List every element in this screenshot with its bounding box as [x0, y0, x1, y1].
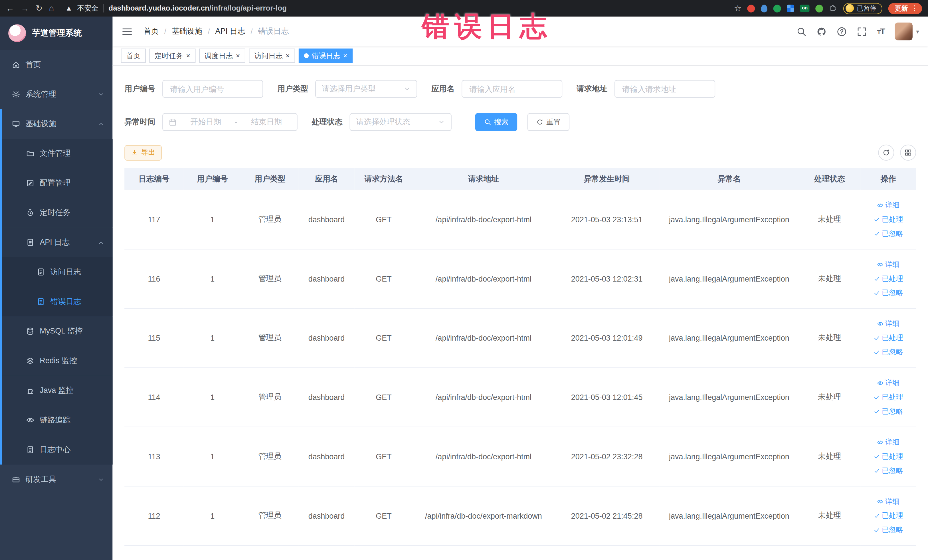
tab-schedule-log[interactable]: 调度日志 × [199, 49, 245, 63]
fullscreen-icon[interactable] [857, 26, 867, 36]
user-type-select[interactable]: 请选择用户类型 [315, 80, 417, 98]
mark-ignored-link[interactable]: 已忽略 [873, 465, 903, 476]
close-icon[interactable]: × [186, 52, 190, 60]
sidebar-item-redis-monitor[interactable]: Redis 监控 [0, 346, 113, 376]
sidebar-item-error-log[interactable]: 错误日志 [0, 287, 113, 316]
tab-error-log[interactable]: 错误日志 × [299, 49, 353, 63]
breadcrumb: 首页 / 基础设施 / API 日志 / 错误日志 [143, 26, 289, 37]
action-label: 详细 [885, 200, 899, 210]
sidebar-item-mysql-monitor[interactable]: MySQL 监控 [0, 316, 113, 346]
mark-processed-link[interactable]: 已处理 [873, 273, 903, 284]
sidebar-item-java-monitor[interactable]: Java 监控 [0, 376, 113, 405]
mark-processed-link[interactable]: 已处理 [873, 333, 903, 343]
sidebar-item-system-management[interactable]: 系统管理 [0, 79, 113, 109]
app-header: 首页 / 基础设施 / API 日志 / 错误日志 TT ▾ [113, 17, 928, 46]
reset-button[interactable]: 重置 [528, 113, 569, 131]
browser-home-icon[interactable]: ⌂ [49, 4, 54, 12]
export-button[interactable]: 导出 [124, 145, 162, 160]
mark-ignored-link[interactable]: 已忽略 [873, 406, 903, 416]
cell-user-id: 1 [184, 486, 241, 545]
breadcrumb-item[interactable]: 首页 [143, 26, 159, 37]
detail-link[interactable]: 详细 [877, 437, 899, 447]
row-actions: 详细 已处理 已忽略 [864, 437, 913, 476]
help-icon[interactable] [837, 26, 847, 36]
sidebar-item-trace[interactable]: 链路追踪 [0, 405, 113, 435]
close-icon[interactable]: × [285, 52, 290, 60]
browser-menu-icon[interactable]: ⋮ [911, 4, 918, 12]
request-url-input[interactable] [615, 80, 715, 98]
user-id-input[interactable] [162, 80, 263, 98]
detail-link[interactable]: 详细 [877, 200, 899, 210]
breadcrumb-item[interactable]: API 日志 [215, 26, 245, 37]
close-icon[interactable]: × [343, 52, 348, 60]
detail-link[interactable]: 详细 [877, 259, 899, 269]
sidebar-item-file-management[interactable]: 文件管理 [0, 139, 113, 168]
mark-processed-link[interactable]: 已处理 [873, 451, 903, 461]
adblock-extension-icon[interactable] [748, 5, 755, 12]
leaf-extension-icon[interactable] [815, 5, 823, 12]
cell-user-type: 管理员 [241, 427, 298, 486]
cell-log-id: 116 [124, 249, 184, 308]
breadcrumb-item[interactable]: 基础设施 [172, 26, 203, 37]
green-extension-icon[interactable] [773, 5, 781, 12]
tab-scheduled-tasks[interactable]: 定时任务 × [149, 49, 195, 63]
sidebar-item-infrastructure[interactable]: 基础设施 [0, 109, 113, 139]
date-range-picker[interactable]: 开始日期 - 结束日期 [162, 113, 298, 131]
column-settings-button[interactable] [900, 145, 916, 160]
sidebar-item-access-log[interactable]: 访问日志 [0, 257, 113, 287]
action-label: 已处理 [882, 451, 903, 461]
detail-link[interactable]: 详细 [877, 378, 899, 388]
process-status-select[interactable]: 请选择处理状态 [350, 113, 452, 131]
close-icon[interactable]: × [236, 52, 240, 60]
vpn-on-extension-icon[interactable]: on [800, 5, 810, 12]
paused-extension-badge[interactable]: 已暂停 [843, 3, 882, 14]
sidebar-item-scheduled-tasks[interactable]: 定时任务 [0, 198, 113, 227]
extensions-puzzle-icon[interactable] [829, 3, 837, 14]
grid-extension-icon[interactable] [787, 5, 794, 12]
mark-processed-link[interactable]: 已处理 [873, 511, 903, 520]
sidebar-item-dev-tools[interactable]: 研发工具 [0, 465, 113, 494]
back-icon[interactable]: ← [6, 4, 14, 12]
sidebar-item-api-log[interactable]: API 日志 [0, 227, 113, 257]
bookmark-star-icon[interactable]: ☆ [734, 4, 742, 12]
refresh-button[interactable] [878, 145, 894, 160]
font-size-icon[interactable]: TT [877, 26, 885, 36]
browser-update-button[interactable]: 更新 ⋮ [888, 3, 922, 14]
url-text[interactable]: dashboard.yudao.iocoder.cn/infra/log/api… [108, 4, 287, 12]
drop-extension-icon[interactable] [761, 5, 768, 12]
sidebar-collapse-icon[interactable] [122, 26, 133, 37]
filter-row-2: 异常时间 开始日期 - 结束日期 处理状态 请选择处理状态 [124, 113, 916, 131]
forward-icon[interactable]: → [21, 4, 29, 12]
mark-ignored-link[interactable]: 已忽略 [873, 229, 903, 238]
address-bar[interactable]: ▲ 不安全 dashboard.yudao.iocoder.cn/infra/l… [65, 3, 287, 13]
sidebar-item-home[interactable]: 首页 [0, 50, 113, 79]
user-menu[interactable]: ▾ [895, 23, 919, 40]
app-name-input[interactable] [462, 80, 562, 98]
filter-request-url: 请求地址 [577, 80, 715, 98]
tab-home[interactable]: 首页 [121, 49, 146, 63]
app-logo[interactable]: 芋道管理系统 [0, 17, 113, 50]
eye-icon [877, 439, 884, 445]
browser-actions: ☆ on 已暂停 更新 ⋮ [734, 3, 922, 14]
detail-link[interactable]: 详细 [877, 318, 899, 328]
cell-status: 未处理 [799, 308, 860, 368]
mark-ignored-link[interactable]: 已忽略 [873, 525, 903, 535]
search-icon[interactable] [797, 26, 806, 36]
mark-ignored-link[interactable]: 已忽略 [873, 347, 903, 357]
mark-processed-link[interactable]: 已处理 [873, 392, 903, 402]
sidebar-item-config-management[interactable]: 配置管理 [0, 168, 113, 198]
mark-ignored-link[interactable]: 已忽略 [873, 288, 903, 298]
check-icon [873, 453, 880, 459]
security-label[interactable]: 不安全 [77, 3, 98, 13]
mark-processed-link[interactable]: 已处理 [873, 214, 903, 224]
action-label: 已忽略 [882, 229, 903, 238]
paused-label: 已暂停 [857, 4, 877, 13]
sidebar-item-log-center[interactable]: 日志中心 [0, 435, 113, 465]
cell-request-url: /api/infra/db-doc/export-html [413, 427, 554, 486]
detail-link[interactable]: 详细 [877, 496, 899, 507]
github-icon[interactable] [817, 26, 827, 36]
search-button[interactable]: 搜索 [475, 113, 517, 131]
download-icon [131, 149, 138, 156]
tab-access-log[interactable]: 访问日志 × [249, 49, 295, 63]
reload-icon[interactable]: ↻ [36, 4, 43, 12]
